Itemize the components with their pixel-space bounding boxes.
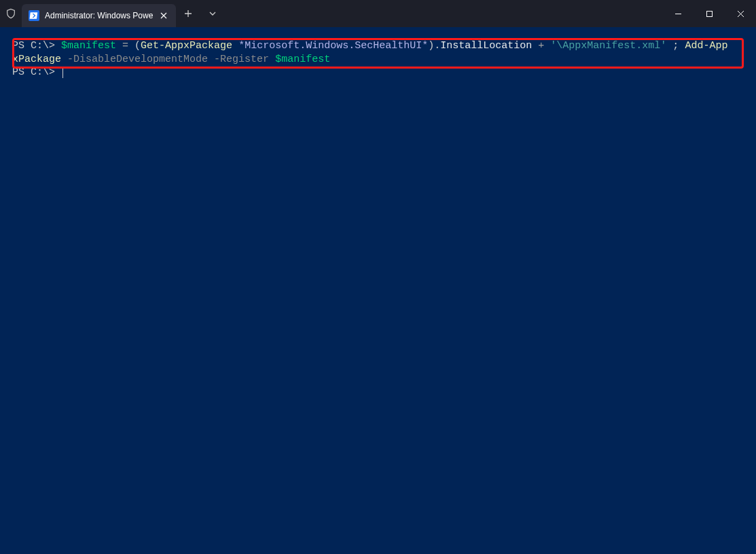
token-paren: ( — [134, 40, 141, 52]
tab-dropdown-button[interactable] — [200, 0, 225, 27]
token-member: InstallLocation — [440, 40, 532, 52]
token-variable: $manifest — [275, 54, 330, 65]
window-controls — [662, 0, 756, 27]
terminal-body[interactable]: PS C:\> $manifest = (Get-AppxPackage *Mi… — [0, 27, 756, 554]
command-line-2: xPackage -DisableDevelopmentMode -Regist… — [12, 54, 330, 65]
tab-active[interactable]: Administrator: Windows Powe — [22, 4, 176, 27]
titlebar-drag-area[interactable] — [225, 0, 662, 27]
tab-close-button[interactable] — [158, 10, 169, 21]
prompt-line: PS C:\> — [12, 67, 63, 78]
powershell-icon — [29, 10, 39, 21]
new-tab-button[interactable] — [176, 0, 200, 27]
close-button[interactable] — [725, 0, 756, 27]
token-argument: *Microsoft.Windows.SecHealthUI* — [238, 40, 428, 52]
token-operator: = — [122, 40, 128, 52]
tab-title: Administrator: Windows Powe — [45, 11, 153, 20]
token-dot: . — [434, 40, 440, 52]
prompt: PS C:\> — [12, 67, 61, 78]
prompt: PS C:\> — [12, 40, 61, 52]
titlebar: Administrator: Windows Powe — [0, 0, 756, 27]
minimize-button[interactable] — [662, 0, 694, 27]
token-cmdlet: xPackage — [12, 54, 61, 65]
token-parameter: -DisableDevelopmentMode — [67, 54, 208, 65]
token-cmdlet: Get-AppxPackage — [141, 40, 232, 52]
token-paren: ) — [428, 40, 434, 52]
app-shield-icon — [0, 0, 22, 27]
svg-rect-0 — [706, 11, 712, 16]
command-line-1: PS C:\> $manifest = (Get-AppxPackage *Mi… — [12, 40, 727, 52]
token-parameter: -Register — [214, 54, 269, 65]
cursor — [62, 67, 63, 78]
maximize-button[interactable] — [694, 0, 725, 27]
token-semicolon: ; — [672, 40, 679, 52]
token-operator: + — [538, 40, 544, 52]
token-cmdlet: Add-App — [685, 40, 727, 52]
token-string: '\AppxManifest.xml' — [550, 40, 666, 52]
token-variable: $manifest — [61, 40, 116, 52]
